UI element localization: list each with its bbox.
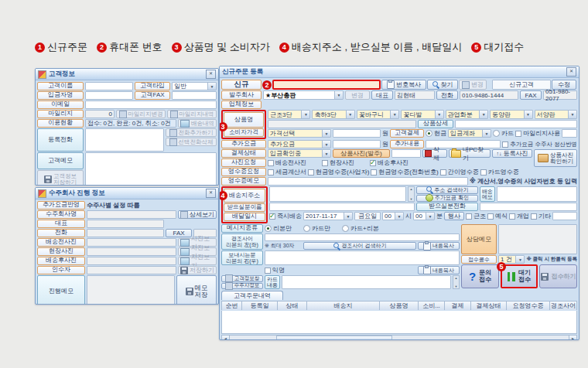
address-scrollbar[interactable]: ▲▼ <box>408 186 415 202</box>
reg-photo-button[interactable]: ↑↓등록사진 <box>492 149 532 158</box>
hour-select[interactable]: 00▼ <box>382 212 404 220</box>
wait-accept-button[interactable]: 대기접수 <box>502 266 536 287</box>
anonymous-checkbox[interactable]: 익명 <box>265 266 285 274</box>
category-select-6[interactable]: 동양란▼ <box>490 110 532 119</box>
col-receipt[interactable]: 요청영수증 <box>507 302 550 310</box>
history-scrollbar[interactable]: ◄ ► <box>221 335 577 340</box>
chevron-down-icon[interactable]: ▼ <box>344 213 352 220</box>
copy-content-button[interactable]: 내용복사 <box>418 266 460 274</box>
customer-window-button[interactable]: 고객정보창 <box>221 275 263 282</box>
receipt-cash-biz-checkbox[interactable]: 현금영수증(사업자) <box>308 168 369 176</box>
col-seq[interactable]: 순번 <box>222 302 242 310</box>
event-opening-checkbox[interactable]: 개업 <box>509 212 529 220</box>
immediate-checkbox[interactable]: 즉시배송 <box>269 212 302 220</box>
copy-content-button[interactable]: 내용복사 <box>418 242 460 250</box>
chevron-down-icon[interactable]: ▼ <box>322 141 330 148</box>
progress-memo-textarea[interactable] <box>87 275 175 305</box>
col-price[interactable]: 소비... <box>419 302 445 310</box>
pay-state-select[interactable]: 입금확인중▼ <box>268 149 331 158</box>
cash-radio[interactable]: 현금 <box>426 129 446 138</box>
customer-save-button[interactable]: 고객정보저장하기 <box>37 170 84 186</box>
address-search-button[interactable]: 주소 검색하기 <box>416 186 478 194</box>
checkbox-icon[interactable] <box>308 169 314 175</box>
customer-type-select[interactable]: 일반▼ <box>172 82 217 90</box>
chevron-down-icon[interactable]: ▼ <box>435 111 443 118</box>
receiver-tel-input[interactable] <box>480 203 577 211</box>
order-company-input[interactable] <box>87 210 176 219</box>
event-etc-checkbox[interactable]: 기타 <box>531 212 551 220</box>
depositor-input[interactable] <box>85 91 133 100</box>
account-select[interactable]: 입금계좌▼ <box>448 129 491 138</box>
checkbox-icon[interactable] <box>322 160 328 166</box>
col-product[interactable]: 상품명 <box>380 302 419 310</box>
category-select-5[interactable]: 관엽화분▼ <box>446 110 488 119</box>
new-customer-button[interactable]: 신규고객 <box>492 80 551 90</box>
photo-before-checkbox[interactable]: 배송전사진 <box>268 158 320 167</box>
radio-on-icon[interactable] <box>426 130 432 137</box>
address-textarea[interactable] <box>269 186 406 202</box>
ceo-input[interactable] <box>87 220 164 228</box>
radio-off-icon[interactable] <box>342 225 349 232</box>
memo-save-button[interactable]: 메모저장 <box>176 275 217 305</box>
delivery-history-button[interactable]: 배송내역 <box>178 119 217 128</box>
radio-off-icon[interactable] <box>303 225 310 232</box>
event-funeral-checkbox[interactable]: 근조 <box>466 212 486 220</box>
chevron-down-icon[interactable]: ▼ <box>207 83 216 90</box>
receipt-cash-phone-checkbox[interactable]: 현금영수증(전화번호) <box>371 168 438 176</box>
customer-name-input[interactable] <box>85 82 133 90</box>
chevron-down-icon[interactable]: ▼ <box>515 256 524 263</box>
chevron-down-icon[interactable]: ▼ <box>334 91 343 99</box>
scroll-up-icon[interactable]: ▲ <box>409 187 414 191</box>
surcharge-settle-checkbox[interactable]: 추가요금 수주사 정산반영 <box>502 140 577 148</box>
surcharge-select[interactable]: 추가요금▼ <box>268 140 331 148</box>
photo-view-button[interactable]: 사진보기 <box>178 257 217 265</box>
chevron-down-icon[interactable]: ▼ <box>346 111 354 118</box>
receipt-tax-checkbox[interactable]: 세금계산서 <box>268 168 306 176</box>
after-photo-input[interactable] <box>87 257 176 265</box>
phrase-search-button[interactable]: 경조사어 검색하기 <box>303 242 416 250</box>
checkbox-icon[interactable] <box>531 213 537 220</box>
checkbox-icon[interactable] <box>480 169 487 175</box>
event-wedding-checkbox[interactable]: 예식 <box>487 212 508 220</box>
phones-textarea[interactable] <box>85 128 164 152</box>
order-company-select[interactable]: ★부산총판▼ <box>263 90 344 100</box>
chevron-down-icon[interactable]: ▼ <box>322 130 330 137</box>
checkbox-icon[interactable] <box>268 160 274 166</box>
product-name-input[interactable] <box>268 120 416 128</box>
close-icon[interactable]: ✕ <box>206 189 216 198</box>
ribbon-only-radio[interactable]: 리본만 <box>265 224 302 233</box>
card-only-radio[interactable]: 카드만 <box>303 224 340 233</box>
chevron-down-icon[interactable]: ▼ <box>482 130 491 137</box>
mileage-checkbox[interactable]: 마일리지사용 <box>515 129 560 138</box>
chevron-down-icon[interactable]: ▼ <box>395 213 403 220</box>
col-regdate[interactable]: 등록일 <box>242 302 278 310</box>
col-phrase[interactable]: 경조사어 <box>550 302 576 310</box>
chevron-down-icon[interactable]: ▼ <box>322 150 330 157</box>
category-select-1[interactable]: 근조3단▼ <box>268 110 310 119</box>
photo-scene-checkbox[interactable]: 현장사진 <box>322 158 368 167</box>
delete-button[interactable]: 삭제 <box>422 149 447 158</box>
event-input[interactable] <box>552 212 577 220</box>
detail-view-button[interactable]: 상세보기 <box>178 210 217 219</box>
receiver-name-input[interactable] <box>269 203 415 211</box>
customer-memo-textarea[interactable] <box>85 152 217 186</box>
card-content-textarea[interactable] <box>282 275 451 289</box>
mileage-change-button[interactable]: 마일리지변경 <box>116 110 166 118</box>
col-status[interactable]: 상태 <box>278 302 307 310</box>
event-button[interactable]: 행사 <box>444 212 464 220</box>
product-photo-button[interactable]: 상품사진(발주) <box>333 149 390 158</box>
checkbox-icon[interactable] <box>515 131 521 137</box>
company-change-button[interactable]: 변경 <box>345 90 370 100</box>
checkbox-icon[interactable] <box>487 213 494 220</box>
sender-textarea[interactable] <box>265 250 460 265</box>
scene-photo-input[interactable] <box>87 247 176 256</box>
fax-button[interactable]: FAX <box>520 90 542 100</box>
change-button[interactable]: 변경 <box>459 80 487 90</box>
checkbox-checked-icon[interactable] <box>370 160 376 166</box>
scroll-down-icon[interactable]: ▼ <box>453 285 459 288</box>
close-icon[interactable]: ✕ <box>566 67 576 77</box>
inquiry-button[interactable]: ?문의접수 <box>461 264 499 288</box>
receiver-input[interactable] <box>87 266 176 274</box>
surcharge-check-button[interactable]: 추가요금 확인 <box>416 195 478 203</box>
progress-save-button[interactable]: 저장하기 <box>178 266 217 274</box>
